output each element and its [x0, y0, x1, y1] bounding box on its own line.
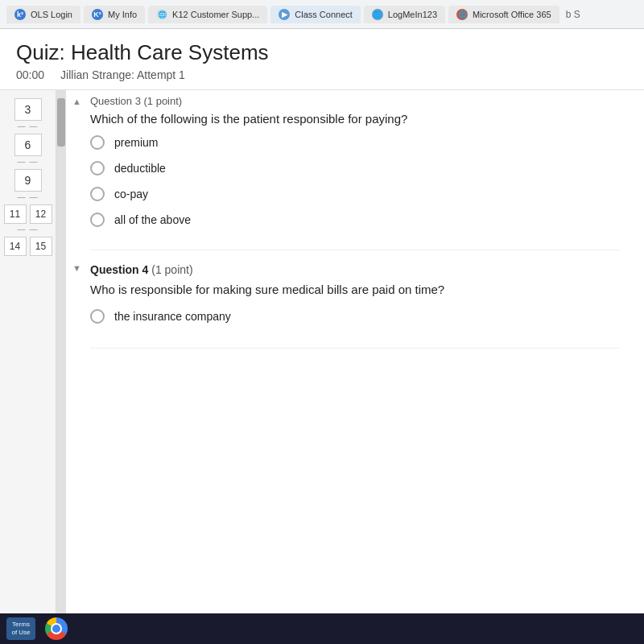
chrome-icon — [45, 617, 68, 640]
quiz-content: ▲ Question 3 (1 point) Which of the foll… — [66, 90, 644, 644]
tab-label-ms: Microsoft Office 365 — [473, 10, 551, 19]
q-num-dots-6: — — — [18, 156, 39, 166]
question-4-block: ▼ Question 4 (1 point) Who is responsibl… — [90, 250, 620, 349]
q-num-dots-9: — — — [18, 192, 39, 201]
q4-bold: Question 4 — [90, 263, 148, 276]
q3-text: Which of the following is the patient re… — [90, 112, 620, 126]
taskbar-chrome[interactable] — [42, 617, 71, 640]
scroll-up-indicator: ▲ — [72, 97, 81, 106]
radio-copay[interactable] — [90, 187, 105, 201]
label-copay: co-pay — [114, 188, 148, 200]
student-attempt: Jillian Strange: Attempt 1 — [60, 68, 185, 81]
q3-option-deductible[interactable]: deductible — [90, 161, 620, 175]
q-num-9[interactable]: 9 — [14, 169, 42, 192]
tab-icon-cc: ▶ — [279, 9, 290, 20]
page-title: Quiz: Health Care Systems — [16, 40, 628, 65]
q3-option-copay[interactable]: co-pay — [90, 187, 620, 201]
q4-option-insurance[interactable]: the insurance company — [90, 309, 620, 324]
content-area: 3 — — 6 — — 9 — — 11 12 — — 14 — [0, 90, 644, 644]
q-num-dots-3: — — — [18, 121, 39, 130]
scrollbar[interactable] — [56, 90, 66, 644]
page-header: Quiz: Health Care Systems 00:00 Jillian … — [0, 29, 644, 90]
q3-header-text: Question 3 (1 point) — [90, 95, 182, 107]
tab-ols-login[interactable]: k² OLS Login — [6, 6, 80, 23]
scroll-down-indicator: ▼ — [72, 263, 81, 273]
tab-icon-lmi: 🌐 — [372, 9, 383, 20]
tab-label-support: K12 Customer Supp... — [172, 10, 259, 19]
q-num-12[interactable]: 12 — [30, 204, 52, 224]
q4-text: Who is responsible for making sure medic… — [90, 283, 620, 296]
q-num-3[interactable]: 3 — [14, 98, 42, 121]
question-3-partial: ▲ Question 3 (1 point) Which of the foll… — [90, 90, 620, 250]
q-num-row-11-12: 11 12 — [0, 204, 56, 224]
q-num-6[interactable]: 6 — [14, 134, 42, 156]
q4-pts: (1 point) — [151, 263, 192, 276]
sidebar-item-3[interactable]: 3 — — — [0, 98, 56, 130]
tab-ms-office[interactable]: 🌐 Microsoft Office 365 — [448, 6, 559, 23]
label-all-above: all of the above — [114, 213, 191, 226]
tab-icon-ols: k² — [14, 9, 26, 20]
sidebar-item-9[interactable]: 9 — — — [0, 169, 56, 201]
page-subtitle: 00:00 Jillian Strange: Attempt 1 — [16, 68, 628, 81]
radio-all-above[interactable] — [90, 213, 105, 227]
q4-header: Question 4 (1 point) — [90, 263, 620, 276]
tab-label-cc: Class Connect — [295, 10, 353, 19]
taskbar-tos[interactable]: Terms of Use — [6, 617, 35, 640]
taskbar: Terms of Use — [0, 613, 644, 644]
tab-label-myinfo: My Info — [108, 10, 137, 19]
tab-k12-support[interactable]: 🌐 K12 Customer Supp... — [148, 6, 267, 23]
radio-insurance[interactable] — [90, 309, 105, 324]
q-num-11[interactable]: 11 — [4, 204, 27, 224]
sidebar-item-14-15: 14 15 — [0, 237, 56, 256]
q-num-dots-1112: — — — [18, 224, 39, 233]
q3-header: Question 3 (1 point) — [90, 95, 620, 107]
tab-icon-ms: 🌐 — [456, 9, 468, 20]
q3-option-all-above[interactable]: all of the above — [90, 213, 620, 227]
tab-overflow: b S — [566, 9, 580, 20]
q-num-15[interactable]: 15 — [30, 237, 52, 256]
tos-label: Terms of Use — [9, 621, 33, 636]
scrollbar-thumb[interactable] — [57, 98, 65, 147]
tab-label-ols: OLS Login — [31, 10, 72, 19]
radio-premium[interactable] — [90, 135, 105, 150]
browser-window: Quiz: Health Care Systems 00:00 Jillian … — [0, 29, 644, 644]
q-num-row-14-15: 14 15 — [0, 237, 56, 256]
label-deductible: deductible — [114, 162, 166, 175]
tab-icon-myinfo: K² — [92, 9, 103, 20]
question-sidebar: 3 — — 6 — — 9 — — 11 12 — — 14 — [0, 90, 56, 644]
label-insurance: the insurance company — [114, 310, 231, 323]
browser-toolbar: k² OLS Login K² My Info 🌐 K12 Customer S… — [0, 0, 644, 29]
sidebar-item-6[interactable]: 6 — — — [0, 134, 56, 166]
label-premium: premium — [114, 136, 158, 149]
tab-label-lmi: LogMeIn123 — [388, 10, 437, 19]
tab-logmein[interactable]: 🌐 LogMeIn123 — [364, 6, 445, 23]
tab-class-connect[interactable]: ▶ Class Connect — [270, 6, 361, 23]
radio-deductible[interactable] — [90, 161, 105, 175]
tab-icon-support: 🌐 — [156, 9, 167, 20]
q3-option-premium[interactable]: premium — [90, 135, 620, 150]
q-num-14[interactable]: 14 — [4, 237, 27, 256]
tab-my-info[interactable]: K² My Info — [84, 6, 145, 23]
sidebar-item-11-12: 11 12 — — — [0, 204, 56, 233]
timer: 00:00 — [16, 68, 44, 81]
